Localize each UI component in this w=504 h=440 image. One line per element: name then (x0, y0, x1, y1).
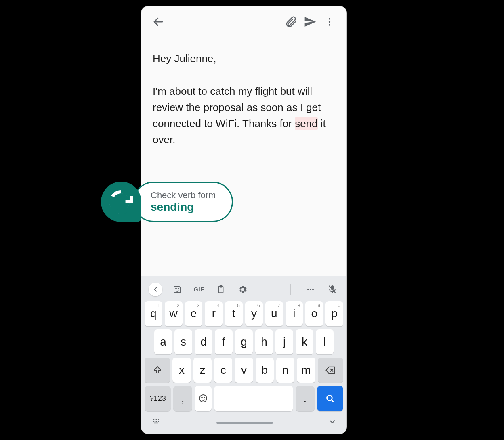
search-key[interactable] (317, 386, 343, 411)
more-icon[interactable] (322, 15, 337, 29)
suggestion-word: sending (151, 201, 216, 214)
key-q[interactable]: q1 (145, 301, 162, 326)
keyboard-row-3: xzcvbnm (144, 358, 344, 383)
keyboard-toolbar: GIF (144, 280, 344, 298)
key-o[interactable]: o9 (305, 301, 323, 326)
android-navbar (144, 414, 344, 432)
key-b[interactable]: b (256, 358, 274, 383)
keyboard-row-4: ?123 , . (144, 386, 344, 411)
key-i[interactable]: i8 (286, 301, 303, 326)
back-icon[interactable] (151, 15, 166, 29)
key-h[interactable]: h (255, 329, 273, 354)
svg-line-19 (332, 400, 334, 402)
svg-point-16 (202, 397, 202, 398)
greeting-text: Hey Julienne, (153, 50, 335, 67)
svg-rect-26 (156, 421, 158, 422)
keyboard-row-2: asdfghjkl (144, 329, 344, 354)
grammar-error-word[interactable]: send (295, 117, 317, 130)
svg-point-10 (312, 289, 314, 290)
key-u[interactable]: u7 (265, 301, 283, 326)
key-y[interactable]: y6 (245, 301, 263, 326)
compose-body[interactable]: Hey Julienne, I'm about to catch my flig… (141, 36, 346, 276)
gif-icon[interactable]: GIF (192, 283, 206, 296)
suggestion-pill[interactable]: Check verb form sending (133, 182, 233, 222)
key-m[interactable]: m (297, 358, 315, 383)
key-x[interactable]: x (172, 358, 191, 383)
kb-more-icon[interactable] (304, 283, 317, 296)
comma-key[interactable]: , (173, 386, 192, 411)
key-s[interactable]: s (174, 329, 192, 354)
key-w[interactable]: w2 (165, 301, 183, 326)
key-n[interactable]: n (276, 358, 294, 383)
svg-rect-27 (158, 421, 159, 422)
svg-rect-24 (153, 421, 154, 422)
svg-point-4 (176, 288, 176, 289)
svg-point-2 (329, 21, 330, 23)
mic-off-icon[interactable] (326, 283, 339, 296)
suggestion-title: Check verb form (151, 190, 216, 201)
keyboard-row-1: q1w2e3r4t5y6u7i8o9p0 (144, 301, 344, 326)
compose-toolbar (141, 6, 346, 36)
key-j[interactable]: j (275, 329, 293, 354)
svg-point-5 (178, 288, 179, 289)
svg-rect-20 (153, 419, 154, 420)
svg-point-9 (310, 289, 311, 290)
key-v[interactable]: v (235, 358, 253, 383)
clipboard-icon[interactable] (214, 283, 228, 296)
keyboard-switch-icon[interactable] (151, 418, 162, 427)
backspace-key[interactable] (318, 358, 343, 383)
key-k[interactable]: k (296, 329, 313, 354)
soft-keyboard: GIF q1w2e3r4t5y6u7i8o9p0 asdfghjkl xzcvb… (141, 276, 346, 434)
keyboard-hide-icon[interactable] (328, 417, 337, 428)
send-icon[interactable] (303, 15, 317, 29)
svg-point-3 (329, 24, 330, 25)
key-f[interactable]: f (215, 329, 233, 354)
sticker-icon[interactable] (170, 283, 184, 296)
key-z[interactable]: z (193, 358, 212, 383)
svg-point-8 (307, 289, 309, 290)
key-g[interactable]: g (235, 329, 253, 354)
nav-home-pill[interactable] (216, 422, 273, 424)
kb-toolbar-separator (290, 284, 291, 295)
key-p[interactable]: p0 (326, 301, 343, 326)
svg-point-17 (204, 397, 205, 398)
grammar-suggestion-popup[interactable]: Check verb form sending (101, 182, 233, 222)
settings-icon[interactable] (236, 283, 250, 296)
key-d[interactable]: d (195, 329, 212, 354)
key-l[interactable]: l (316, 329, 334, 354)
svg-rect-28 (154, 423, 158, 424)
key-c[interactable]: c (214, 358, 232, 383)
svg-rect-23 (158, 419, 159, 420)
svg-rect-25 (155, 421, 156, 422)
key-t[interactable]: t5 (225, 301, 243, 326)
space-key[interactable] (214, 386, 293, 411)
kb-collapse-icon[interactable] (149, 283, 162, 296)
symbols-key[interactable]: ?123 (145, 386, 171, 411)
key-e[interactable]: e3 (185, 301, 203, 326)
svg-point-1 (329, 18, 330, 19)
svg-point-15 (200, 395, 207, 402)
period-key[interactable]: . (296, 386, 315, 411)
svg-rect-21 (155, 419, 156, 420)
key-a[interactable]: a (154, 329, 172, 354)
emoji-key[interactable] (195, 386, 212, 411)
shift-key[interactable] (145, 358, 170, 383)
grammarly-icon (101, 182, 141, 222)
svg-rect-22 (156, 419, 158, 420)
attach-icon[interactable] (284, 15, 298, 29)
key-r[interactable]: r4 (205, 301, 223, 326)
